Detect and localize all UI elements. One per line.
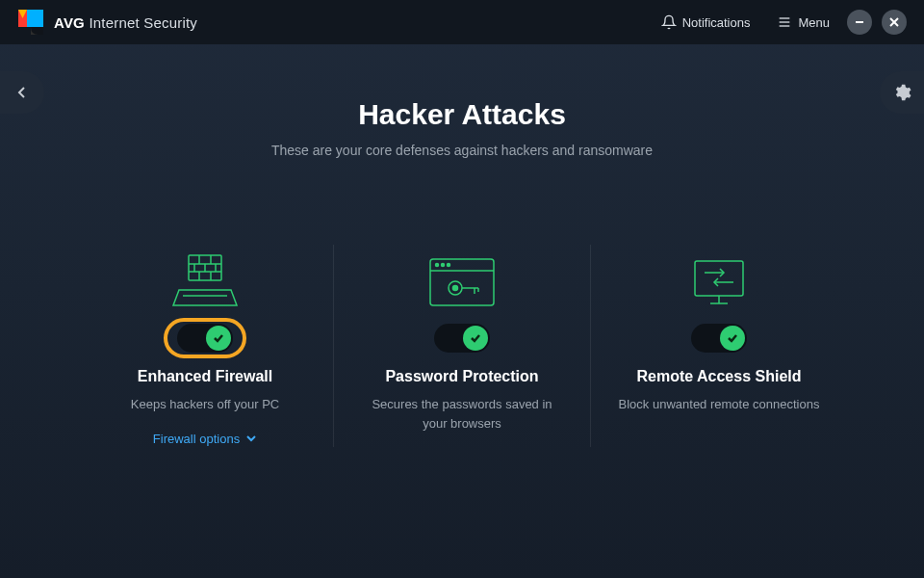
product-suffix: Internet Security — [89, 14, 197, 31]
menu-button[interactable]: Menu — [769, 11, 837, 34]
password-browser-icon — [426, 255, 498, 309]
card-title: Password Protection — [361, 368, 563, 385]
toggle-row-firewall — [104, 324, 306, 353]
toggle-row-remote — [618, 324, 820, 353]
card-remote-access-shield: Remote Access Shield Block unwanted remo… — [590, 245, 847, 447]
notifications-label: Notifications — [682, 15, 751, 30]
toggle-knob-on — [463, 326, 488, 351]
avg-logo-icon — [17, 9, 44, 36]
brand: AVG — [54, 14, 85, 31]
check-icon — [469, 331, 482, 345]
hamburger-icon — [777, 14, 792, 30]
firewall-toggle[interactable] — [177, 324, 233, 353]
svg-point-22 — [448, 264, 450, 267]
bell-icon — [661, 14, 677, 30]
firewall-laptop-icon — [162, 251, 248, 313]
svg-rect-28 — [695, 261, 743, 296]
card-enhanced-firewall: Enhanced Firewall Keeps hackers off your… — [77, 245, 333, 447]
toggle-knob-on — [206, 326, 231, 351]
card-title: Remote Access Shield — [618, 368, 820, 385]
close-button[interactable] — [882, 10, 907, 35]
title-bar: AVG Internet Security Notifications Menu — [0, 0, 924, 44]
toggle-row-password — [361, 324, 563, 353]
notifications-button[interactable]: Notifications — [654, 11, 758, 34]
gear-icon — [892, 83, 911, 102]
settings-button[interactable] — [880, 71, 924, 114]
password-toggle[interactable] — [434, 324, 490, 353]
remote-access-toggle[interactable] — [691, 324, 747, 353]
chevron-down-icon — [245, 433, 257, 444]
card-desc: Keeps hackers off your PC — [104, 395, 306, 414]
svg-point-20 — [436, 264, 439, 267]
product-name: AVG Internet Security — [54, 14, 197, 31]
page-subtitle: These are your core defenses against hac… — [0, 143, 924, 158]
minimize-icon — [854, 16, 865, 28]
check-icon — [726, 331, 739, 345]
card-desc: Secures the passwords saved in your brow… — [361, 395, 563, 433]
page-title: Hacker Attacks — [0, 98, 924, 131]
firewall-options-link[interactable]: Firewall options — [153, 432, 257, 446]
svg-rect-18 — [430, 259, 494, 305]
cards-container: Enhanced Firewall Keeps hackers off your… — [0, 245, 924, 447]
chevron-left-icon — [17, 86, 27, 99]
card-desc: Block unwanted remote connections — [618, 395, 820, 414]
product-logo: AVG Internet Security — [17, 9, 197, 36]
remote-access-icon — [681, 255, 757, 309]
check-icon — [212, 331, 225, 345]
close-icon — [888, 16, 900, 28]
svg-point-21 — [442, 264, 445, 267]
card-password-protection: Password Protection Secures the password… — [333, 245, 590, 447]
card-title: Enhanced Firewall — [104, 368, 306, 385]
back-button[interactable] — [0, 71, 44, 114]
toggle-knob-on — [720, 326, 745, 351]
minimize-button[interactable] — [847, 10, 872, 35]
svg-point-24 — [453, 286, 458, 291]
link-label: Firewall options — [153, 432, 240, 446]
menu-label: Menu — [798, 15, 830, 30]
